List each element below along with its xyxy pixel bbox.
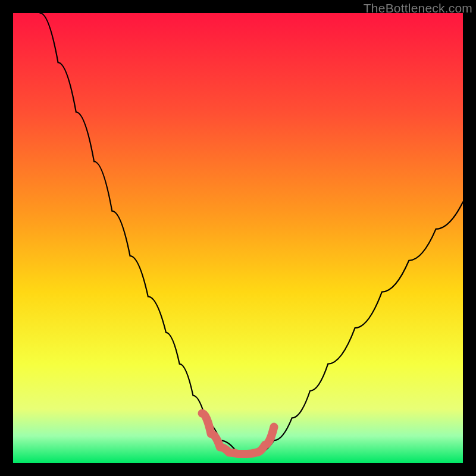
- chart-frame: [13, 13, 463, 463]
- bottleneck-chart: [13, 13, 463, 463]
- watermark-text: TheBottleneck.com: [364, 1, 472, 15]
- gradient-field: [13, 13, 463, 463]
